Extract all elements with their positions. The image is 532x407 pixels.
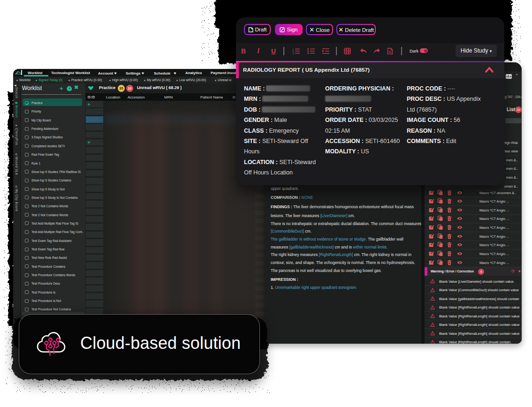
svg-text:3: 3 <box>292 52 294 55</box>
